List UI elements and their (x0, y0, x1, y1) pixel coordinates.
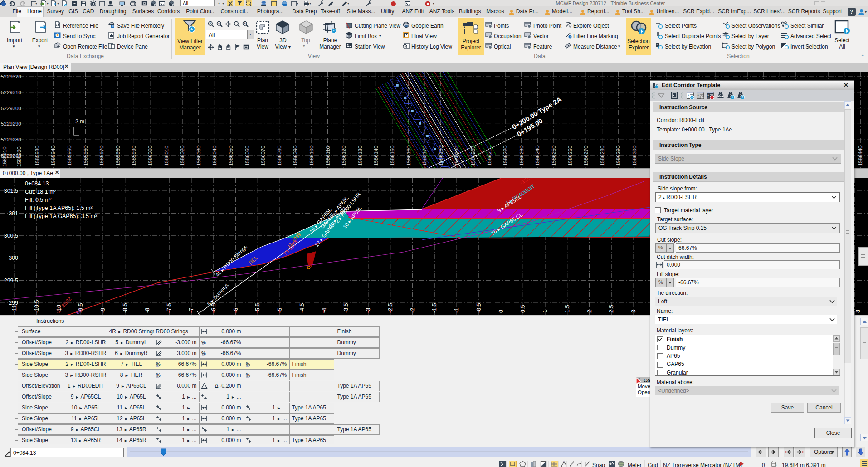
svg-text:Fill: 0.5 m²: Fill: 0.5 m² (25, 197, 51, 203)
svg-text:1585980: 1585980 (115, 146, 121, 166)
svg-text:−: − (218, 22, 220, 25)
svg-text:+: + (691, 96, 693, 99)
svg-text:1586090: 1586090 (293, 146, 298, 166)
svg-text:1585960: 1585960 (83, 146, 88, 166)
svg-text:Fill (Type 1A AP65): 1.5 m²: Fill (Type 1A AP65): 1.5 m² (25, 205, 93, 211)
svg-text:2: 2 (586, 310, 593, 313)
svg-text:2: 2 (707, 96, 709, 99)
svg-text:%: % (246, 361, 250, 367)
svg-text:2 m: 2 m (75, 118, 84, 125)
svg-text:1586220: 1586220 (502, 146, 508, 166)
svg-text:%: % (201, 350, 206, 356)
svg-text:1586440: 1586440 (858, 146, 863, 166)
svg-text:1586030: 1586030 (196, 146, 201, 166)
svg-text:8: 8 (855, 310, 861, 313)
svg-text:1586140: 1586140 (373, 146, 379, 166)
svg-text:300.5: 300.5 (4, 233, 18, 239)
svg-text:1586100: 1586100 (309, 146, 314, 166)
svg-text:2.5: 2.5 (608, 305, 614, 313)
svg-text:1586260: 1586260 (567, 146, 573, 166)
svg-text:0.5: 0.5 (520, 305, 526, 313)
svg-text:1586200: 1586200 (470, 146, 476, 166)
svg-text:1: 1 (542, 310, 548, 313)
svg-text:1586080: 1586080 (277, 146, 282, 166)
svg-text:1586120: 1586120 (341, 146, 346, 166)
svg-text:-9: -9 (100, 308, 106, 313)
svg-text:2: 2 (742, 96, 744, 99)
svg-text:+: + (244, 22, 246, 25)
svg-text:1585940: 1585940 (50, 146, 56, 166)
svg-text:301: 301 (9, 210, 18, 217)
svg-text:1586210: 1586210 (487, 146, 492, 166)
svg-text:1586110: 1586110 (325, 146, 331, 166)
svg-text:1585930: 1585930 (34, 146, 40, 166)
svg-text:-2: -2 (410, 308, 416, 313)
svg-text:-1: -1 (454, 308, 460, 313)
svg-text:%: % (246, 372, 250, 378)
svg-text:1586250: 1586250 (551, 146, 556, 166)
svg-text:%: % (156, 361, 161, 367)
svg-text:1586160: 1586160 (406, 146, 411, 166)
svg-text:1586050: 1586050 (228, 146, 234, 166)
svg-text:1586300: 1586300 (632, 146, 637, 166)
svg-text:1586060: 1586060 (244, 146, 250, 166)
svg-text:300: 300 (9, 255, 18, 261)
svg-text:Cut: 18.1 m²: Cut: 18.1 m² (25, 189, 56, 195)
svg-text:%: % (156, 372, 161, 378)
svg-text:-1.5: -1.5 (431, 303, 438, 313)
svg-text:5229320: 5229320 (1, 74, 21, 79)
svg-text:1585970: 1585970 (99, 146, 104, 166)
svg-text:299.5: 299.5 (4, 277, 18, 284)
svg-text:x: x (711, 96, 713, 99)
svg-text:5229300: 5229300 (1, 106, 21, 111)
svg-text:-11: -11 (11, 305, 18, 313)
svg-text:+: + (210, 22, 211, 25)
svg-text:2: 2 (697, 96, 699, 99)
svg-text:1586130: 1586130 (357, 146, 363, 166)
svg-text:1586150: 1586150 (390, 146, 395, 166)
svg-text:5229260: 5229260 (1, 153, 21, 159)
svg-text:1586040: 1586040 (212, 146, 217, 166)
svg-text:301.5: 301.5 (4, 188, 18, 194)
svg-text:5229310: 5229310 (1, 90, 21, 95)
svg-text:3: 3 (630, 310, 637, 313)
svg-text:1586000: 1586000 (147, 146, 153, 166)
svg-text:Fill (Type 1A GAP65): 3.5 m²: Fill (Type 1A GAP65): 3.5 m² (25, 213, 97, 219)
svg-text:1586240: 1586240 (535, 146, 540, 166)
svg-text:1.5: 1.5 (564, 305, 571, 313)
svg-text:-10.5: -10.5 (34, 300, 40, 313)
svg-text:1586070: 1586070 (260, 146, 266, 166)
svg-text:+: + (731, 95, 734, 99)
svg-text:1586270: 1586270 (583, 146, 589, 166)
svg-text:-8.5: -8.5 (122, 303, 128, 313)
svg-text:*: * (639, 378, 640, 380)
svg-text:%: % (201, 340, 206, 345)
svg-text:2: 2 (688, 96, 689, 99)
svg-text:1585950: 1585950 (67, 146, 72, 166)
svg-text:0+084.13: 0+084.13 (25, 180, 49, 187)
svg-text:1586290: 1586290 (615, 146, 621, 166)
svg-text:-0.5: -0.5 (476, 303, 482, 313)
svg-text:0: 0 (498, 310, 504, 313)
svg-text:1586230: 1586230 (519, 146, 524, 166)
svg-text:*: * (333, 29, 335, 33)
svg-text:1586020: 1586020 (180, 146, 185, 166)
svg-text:1585990: 1585990 (131, 146, 137, 166)
svg-text:5229280: 5229280 (1, 137, 21, 142)
svg-text:t: t (776, 464, 777, 467)
svg-text:-8: -8 (144, 308, 151, 313)
svg-text:1586280: 1586280 (600, 146, 605, 166)
svg-text:5229290: 5229290 (1, 121, 21, 126)
svg-text:1586010: 1586010 (164, 146, 169, 166)
